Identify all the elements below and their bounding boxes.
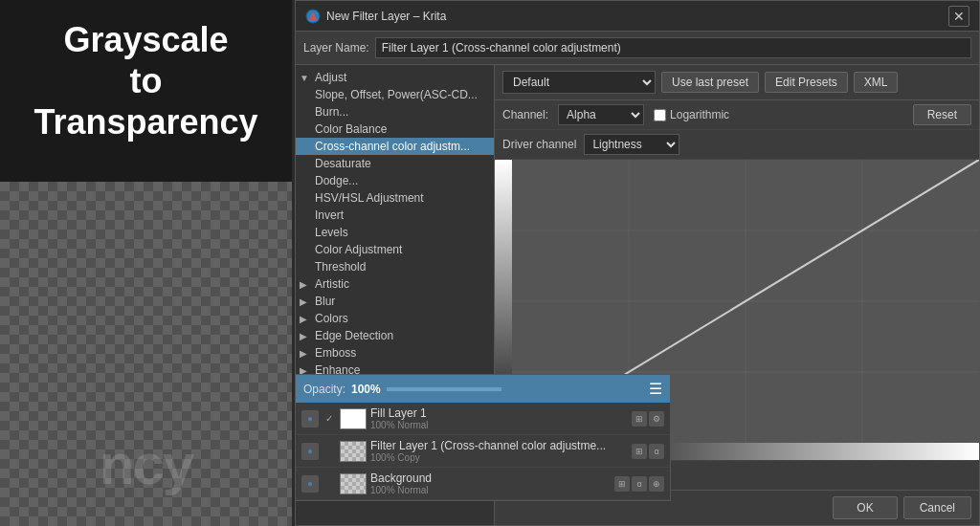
arrow-edge-detection: ▶ — [300, 331, 311, 341]
layer-thumb-bg — [340, 473, 367, 494]
xml-button[interactable]: XML — [854, 72, 899, 93]
titlebar-left: New Filter Layer – Krita — [305, 9, 446, 24]
layer-icon-lock-filter[interactable]: ⊞ — [632, 444, 647, 459]
layer-icon-copy-fill[interactable]: ⊞ — [632, 411, 647, 427]
driver-channel-label: Driver channel — [502, 138, 576, 151]
visibility-eye-fill: ● — [307, 413, 313, 424]
layer-blend-fill: 100% Normal — [370, 420, 628, 430]
driver-channel-row: Driver channel Lightness — [495, 130, 979, 160]
dialog-title: New Filter Layer – Krita — [326, 10, 446, 23]
preset-row: Default Use last preset Edit Presets XML — [495, 65, 979, 100]
layer-name-filter: Filter Layer 1 (Cross-channel color adju… — [370, 439, 628, 452]
logarithmic-checkbox[interactable] — [654, 109, 666, 121]
layer-thumb-filter — [340, 441, 367, 462]
item-cross-channel-label: Cross-channel color adjustm... — [315, 140, 470, 153]
tree-item-dodge[interactable]: Dodge... — [296, 172, 494, 189]
bg-title: Grayscale to Transparency — [0, 0, 292, 163]
layer-icon-settings-fill[interactable]: ⚙ — [649, 411, 664, 427]
layer-info-filter: Filter Layer 1 (Cross-channel color adju… — [370, 439, 628, 463]
layer-visibility-bg[interactable]: ● — [301, 475, 319, 493]
layer-thumb-fill — [340, 408, 367, 429]
arrow-artistic: ▶ — [300, 279, 311, 290]
item-invert-label: Invert — [315, 208, 344, 222]
layer-row-fill: ● ✓ Fill Layer 1 100% Normal ⊞ ⚙ — [296, 403, 670, 435]
visibility-eye-filter: ● — [307, 446, 313, 456]
layer-row-filter: ● Filter Layer 1 (Cross-channel color ad… — [296, 435, 670, 468]
opacity-value: 100% — [351, 383, 381, 396]
layer-name-input[interactable] — [375, 37, 971, 58]
item-hsv-label: HSV/HSL Adjustment — [315, 191, 424, 205]
channel-row: Channel: Alpha Logarithmic Reset — [495, 100, 979, 130]
item-levels-label: Levels — [315, 226, 348, 239]
layer-blend-bg: 100% Normal — [370, 485, 611, 495]
close-button[interactable]: ✕ — [948, 6, 969, 27]
layers-header-left: Opacity: 100% — [303, 383, 501, 396]
layer-visibility-filter[interactable]: ● — [301, 443, 319, 460]
tree-category-edge-detection[interactable]: ▶ Edge Detection — [296, 327, 494, 344]
tree-category-emboss[interactable]: ▶ Emboss — [296, 344, 494, 362]
logarithmic-label: Logarithmic — [670, 108, 729, 121]
preset-select[interactable]: Default — [502, 71, 656, 94]
use-last-preset-button[interactable]: Use last preset — [661, 72, 759, 93]
arrow-adjust: ▼ — [300, 73, 311, 83]
edit-presets-button[interactable]: Edit Presets — [765, 72, 848, 93]
item-color-adjustment-label: Color Adjustment — [315, 243, 402, 256]
layers-menu-button[interactable]: ☰ — [649, 380, 662, 398]
item-burn-label: Burn... — [315, 105, 348, 119]
layer-name-fill: Fill Layer 1 — [370, 406, 628, 420]
layer-lock-fill: ✓ — [323, 413, 336, 424]
opacity-slider[interactable] — [387, 387, 501, 391]
category-emboss-label: Emboss — [315, 346, 356, 360]
layer-visibility-fill[interactable]: ● — [301, 410, 319, 427]
ok-button[interactable]: OK — [833, 496, 897, 519]
layer-icons-filter: ⊞ α — [632, 444, 664, 459]
arrow-emboss: ▶ — [300, 348, 311, 359]
krita-icon — [305, 9, 321, 24]
titlebar: New Filter Layer – Krita ✕ — [296, 1, 979, 32]
item-dodge-label: Dodge... — [315, 174, 358, 187]
logarithmic-checkbox-row: Logarithmic — [654, 108, 729, 121]
tree-item-color-balance[interactable]: Color Balance — [296, 121, 494, 138]
driver-channel-select[interactable]: Lightness — [584, 134, 679, 155]
tree-item-hsv[interactable]: HSV/HSL Adjustment — [296, 189, 494, 207]
tree-item-slope[interactable]: Slope, Offset, Power(ASC-CD... — [296, 86, 494, 103]
tree-item-burn[interactable]: Burn... — [296, 103, 494, 121]
layer-icon-merge-bg[interactable]: ⊕ — [649, 476, 664, 492]
layer-row-bg: ● Background 100% Normal ⊞ α ⊕ — [296, 468, 670, 500]
layer-name-bg: Background — [370, 471, 611, 485]
category-artistic-label: Artistic — [315, 277, 349, 291]
tree-item-color-adjustment[interactable]: Color Adjustment — [296, 241, 494, 258]
tree-category-artistic[interactable]: ▶ Artistic — [296, 275, 494, 293]
layer-icon-alpha-bg[interactable]: α — [632, 476, 647, 492]
visibility-eye-bg: ● — [307, 478, 313, 489]
layer-icons-fill: ⊞ ⚙ — [632, 411, 664, 427]
category-adjust-label: Adjust — [315, 71, 346, 84]
tree-category-colors[interactable]: ▶ Colors — [296, 310, 494, 327]
arrow-colors: ▶ — [300, 314, 311, 324]
layer-name-label: Layer Name: — [303, 41, 369, 55]
channel-label: Channel: — [502, 108, 548, 121]
layers-panel: Opacity: 100% ☰ ● ✓ Fill Layer 1 100% No… — [295, 374, 671, 501]
tree-item-desaturate[interactable]: Desaturate — [296, 155, 494, 172]
layers-header: Opacity: 100% ☰ — [296, 375, 670, 403]
arrow-blur: ▶ — [300, 296, 311, 307]
layer-icon-alpha-filter[interactable]: α — [649, 444, 664, 459]
tree-category-blur[interactable]: ▶ Blur — [296, 293, 494, 310]
channel-select[interactable]: Alpha — [558, 104, 644, 125]
tree-item-cross-channel[interactable]: Cross-channel color adjustm... — [296, 138, 494, 155]
layer-name-row: Layer Name: — [296, 32, 979, 65]
cancel-button[interactable]: Cancel — [903, 496, 971, 519]
item-threshold-label: Threshold — [315, 260, 366, 274]
item-desaturate-label: Desaturate — [315, 157, 371, 170]
tree-category-adjust[interactable]: ▼ Adjust — [296, 69, 494, 86]
layer-info-fill: Fill Layer 1 100% Normal — [370, 406, 628, 430]
layer-blend-filter: 100% Copy — [370, 452, 628, 463]
category-blur-label: Blur — [315, 295, 335, 308]
tree-item-levels[interactable]: Levels — [296, 224, 494, 241]
tree-item-threshold[interactable]: Threshold — [296, 258, 494, 275]
tree-item-invert[interactable]: Invert — [296, 207, 494, 224]
category-edge-detection-label: Edge Detection — [315, 329, 393, 342]
layer-info-bg: Background 100% Normal — [370, 471, 611, 495]
reset-button[interactable]: Reset — [913, 104, 971, 125]
layer-icon-lock-bg[interactable]: ⊞ — [614, 476, 630, 492]
